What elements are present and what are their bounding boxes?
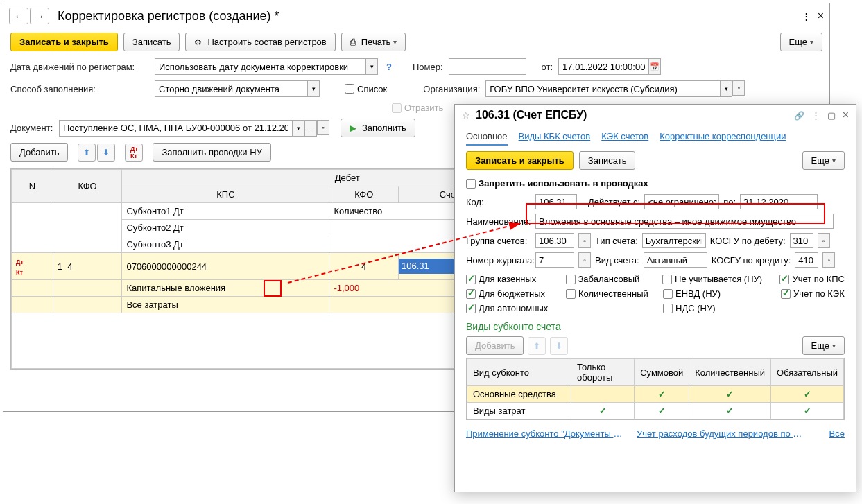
sub-r1c4[interactable]: ✓ (689, 386, 771, 403)
nav-back-button[interactable]: ← (9, 8, 28, 24)
tab-main[interactable]: Основное (466, 128, 508, 146)
chk-kazennyh[interactable]: Для казенных (466, 274, 552, 284)
print-button[interactable]: Печать (341, 33, 406, 51)
number-input[interactable] (449, 58, 526, 75)
sub-move-up-button (528, 337, 546, 355)
name-input[interactable] (535, 214, 834, 229)
valid-from-input[interactable] (644, 194, 719, 209)
chevron-down-icon[interactable]: ▾ (292, 120, 304, 137)
maximize-icon[interactable] (827, 110, 836, 121)
sub-r2c5[interactable]: ✓ (771, 403, 844, 419)
journal-input[interactable] (535, 252, 574, 268)
r1-icon: ДтКт (12, 253, 53, 280)
date-movements-combo[interactable]: ▾ (155, 58, 378, 75)
link-all[interactable]: Все (829, 428, 845, 439)
chk-uchet-kek[interactable]: Учет по КЭК (781, 288, 845, 299)
move-up-button[interactable] (78, 144, 96, 162)
document-input[interactable] (59, 120, 292, 137)
reflect-checkbox: Отразить (392, 103, 443, 113)
tab-kbk[interactable]: Виды КБК счетов (519, 128, 591, 146)
sub-r2c3[interactable]: ✓ (635, 403, 689, 419)
r3-d[interactable]: Все затраты (122, 297, 329, 313)
org-input[interactable] (485, 80, 720, 97)
help-icon[interactable]: ? (386, 62, 392, 72)
link-icon[interactable] (794, 110, 804, 121)
add-button[interactable]: Добавить (10, 143, 68, 162)
fill-button[interactable]: Заполнить (341, 119, 415, 137)
open-icon[interactable] (578, 233, 591, 248)
chevron-down-icon[interactable]: ▾ (365, 58, 378, 75)
chk-nds[interactable]: НДС (НУ) (663, 303, 767, 313)
document-combo[interactable]: ▾ ⋯ (59, 120, 329, 137)
sub-h2: Только обороты (571, 359, 635, 386)
open-icon[interactable] (822, 252, 835, 268)
ellipsis-icon[interactable]: ⋯ (304, 120, 317, 137)
popup-bottom-links: Применение субконто "Документы рас... Уч… (455, 423, 856, 442)
to-input[interactable] (740, 194, 818, 209)
forbid-checkbox[interactable]: Запретить использовать в проводках (466, 178, 648, 189)
star-icon[interactable] (462, 110, 470, 121)
chk-uchet-kps[interactable]: Учет по КПС (779, 274, 845, 284)
dk-button[interactable]: ДтКт (125, 144, 143, 162)
sub-add-button[interactable]: Добавить (466, 336, 524, 355)
open-icon[interactable] (578, 252, 591, 268)
chk-avtonomnyh[interactable]: Для автономных (466, 303, 552, 313)
sub-h1: Вид субконто (467, 359, 571, 386)
chk-kolichestvennyj[interactable]: Количественный (566, 288, 649, 299)
link-1[interactable]: Применение субконто "Документы рас... (466, 428, 626, 439)
code-input[interactable] (535, 194, 577, 209)
open-icon[interactable] (732, 80, 745, 96)
sub-r2c2[interactable]: ✓ (571, 403, 635, 419)
nav-forward-button[interactable]: → (30, 8, 49, 24)
sub-r1c5[interactable]: ✓ (771, 386, 844, 403)
r1-n[interactable]: 1 4 (53, 253, 122, 280)
group-input[interactable] (535, 233, 574, 248)
chevron-down-icon[interactable]: ▾ (720, 80, 732, 97)
calendar-icon[interactable] (648, 58, 661, 75)
tab-kek[interactable]: КЭК счетов (601, 128, 648, 146)
method-input[interactable] (155, 80, 307, 97)
from-date-field[interactable] (558, 58, 661, 75)
chk-byudzhetnyh[interactable]: Для бюджетных (466, 288, 552, 299)
list-checkbox-input[interactable] (345, 84, 354, 94)
fill-nu-button[interactable]: Заполнить проводки НУ (153, 143, 270, 162)
r1-kps-d[interactable]: 0706000000000244 (122, 253, 329, 280)
link-2[interactable]: Учет расходов будущих периодов по под... (637, 428, 803, 439)
more-button[interactable]: Еще (780, 33, 822, 51)
kebab-icon[interactable] (802, 11, 811, 21)
popup-save-close-button[interactable]: Записать и закрыть (466, 151, 574, 170)
chk-zabalansovyj[interactable]: Забалансовый (566, 274, 649, 284)
sub-r2c1[interactable]: Виды затрат (467, 403, 571, 419)
sub-r1c1[interactable]: Основные средства (467, 386, 571, 403)
popup-more-button[interactable]: Еще (802, 151, 845, 170)
close-icon[interactable] (818, 10, 824, 22)
save-button[interactable]: Записать (123, 33, 180, 51)
save-close-button[interactable]: Записать и закрыть (10, 33, 118, 51)
chk-envd[interactable]: ЕНВД (НУ) (663, 288, 767, 299)
configure-button[interactable]: Настроить состав регистров (185, 33, 335, 51)
popup-save-button[interactable]: Записать (579, 151, 636, 170)
close-icon[interactable] (843, 109, 849, 121)
kosgu-d-input[interactable] (790, 233, 813, 248)
kind-input[interactable] (644, 252, 707, 268)
list-checkbox[interactable]: Список (345, 84, 387, 94)
type-input[interactable] (642, 233, 706, 248)
move-down-button[interactable] (97, 144, 115, 162)
tab-corr[interactable]: Корректные корреспонденции (660, 128, 786, 146)
sub-more-button[interactable]: Еще (802, 336, 845, 355)
sub-r1c2[interactable] (571, 386, 635, 403)
r2-d[interactable]: Капитальные вложения (122, 280, 329, 297)
sub-r1c3[interactable]: ✓ (635, 386, 689, 403)
org-combo[interactable]: ▾ (485, 80, 745, 97)
from-date-input[interactable] (558, 58, 648, 75)
sub-r2c4[interactable]: ✓ (689, 403, 771, 419)
method-combo[interactable]: ▾ (155, 80, 320, 97)
open-icon[interactable] (317, 120, 329, 135)
chk-ne-uchityvaetsya[interactable]: Не учитывается (НУ) (662, 274, 766, 284)
chevron-down-icon[interactable]: ▾ (307, 80, 320, 97)
kebab-icon[interactable] (811, 110, 820, 121)
date-movements-input[interactable] (155, 58, 365, 75)
r1-kfo-d[interactable]: 4 (329, 253, 399, 280)
open-icon[interactable] (818, 233, 830, 248)
kosgu-k-input[interactable] (795, 252, 818, 268)
